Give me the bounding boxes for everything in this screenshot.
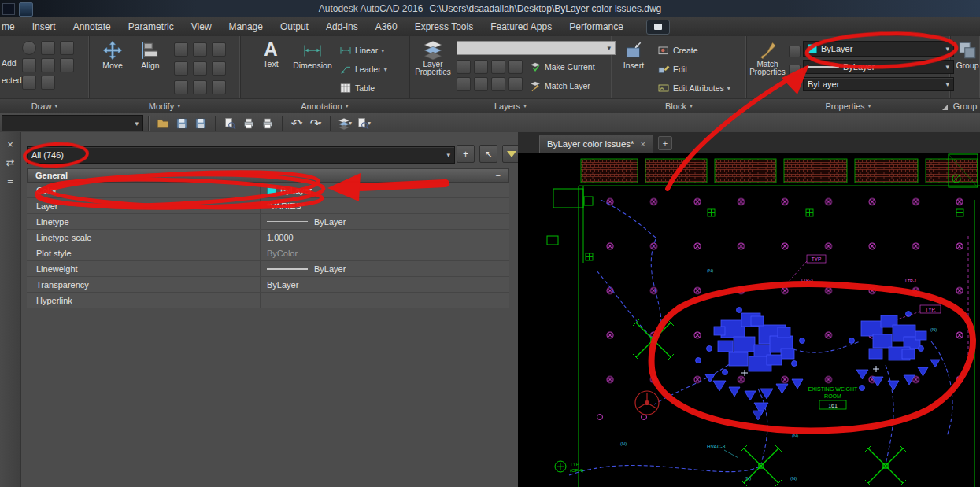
sheet-set-button[interactable]: ▾ <box>356 116 372 131</box>
linetype-combo[interactable]: ByLayer ▾ <box>803 77 954 91</box>
redo-button[interactable]: ↷▾ <box>308 116 324 131</box>
polyline-tool-icon[interactable] <box>41 41 55 55</box>
explode-tool-icon[interactable] <box>193 61 207 76</box>
object-list-icon[interactable] <box>789 46 801 57</box>
palette-autohide-button[interactable]: ⇄ <box>6 157 15 168</box>
panel-label-layers[interactable]: Layers▾ <box>409 98 612 113</box>
stretch-tool-icon[interactable] <box>212 61 226 76</box>
panel-label-draw[interactable]: Draw▾ <box>0 98 89 113</box>
add-selected-label-clipped[interactable]: Add <box>2 58 17 68</box>
save-button[interactable] <box>174 116 190 131</box>
make-current-button[interactable]: Make Current <box>529 61 595 73</box>
ribbon-tab-insert[interactable]: Insert <box>24 17 65 36</box>
leader-button[interactable]: Leader▾ <box>339 63 387 76</box>
hyperlink-value-field[interactable] <box>260 293 509 308</box>
erase-tool-icon[interactable] <box>174 42 188 57</box>
palette-menu-button[interactable]: ≡ <box>7 175 13 186</box>
ribbon-tab-output[interactable]: Output <box>272 17 317 36</box>
edit-block-button[interactable]: Edit <box>657 63 687 76</box>
print-button[interactable] <box>241 116 257 131</box>
pickadd-toggle-button[interactable]: + <box>457 145 475 163</box>
layer-lock-icon[interactable] <box>508 60 523 74</box>
hatch-tool-icon[interactable] <box>22 58 36 72</box>
layer-on-icon[interactable] <box>457 77 471 91</box>
transparency-small-icon[interactable] <box>789 65 801 76</box>
rotate-tool-icon[interactable] <box>174 80 188 94</box>
plot-button[interactable] <box>260 116 276 131</box>
new-tab-button[interactable]: + <box>658 136 672 150</box>
ribbon-tab-home[interactable]: me <box>0 17 24 36</box>
panel-label-annotation[interactable]: Annotation▾ <box>240 98 409 113</box>
layer-value-field[interactable]: *VARIES* <box>260 198 509 213</box>
trim-tool-icon[interactable] <box>193 80 207 94</box>
group-button[interactable]: Group <box>952 40 980 70</box>
selection-filter-combo[interactable]: All (746) ▾ <box>27 146 455 164</box>
fillet-tool-icon[interactable] <box>174 61 188 76</box>
close-tab-icon[interactable]: × <box>641 139 645 149</box>
drawing-canvas[interactable]: TYP (OF 4) EXISTING WEIGHT ROOM 161 TYP … <box>518 153 980 487</box>
edit-attributes-button[interactable]: Edit Attributes▾ <box>657 82 730 94</box>
plot-preview-button[interactable] <box>222 116 238 131</box>
ellipse-tool-icon[interactable] <box>60 58 74 72</box>
ribbon-tab-express-tools[interactable]: Express Tools <box>406 17 482 36</box>
layer-unlock-icon[interactable] <box>508 77 523 91</box>
match-properties-button[interactable]: MatchProperties <box>749 39 786 76</box>
linetype-scale-value-field[interactable]: 1.0000 <box>260 230 509 245</box>
scale-tool-icon[interactable] <box>212 80 226 94</box>
create-block-button[interactable]: Create <box>657 44 698 57</box>
color-value-field[interactable]: ByLayer <box>260 183 509 197</box>
transparency-value-field[interactable]: ByLayer <box>260 277 509 292</box>
layer-states-button[interactable]: ▾ <box>337 116 353 131</box>
ribbon-tab-featured-apps[interactable]: Featured Apps <box>482 17 560 36</box>
align-button[interactable]: Align <box>133 40 168 70</box>
gradient-tool-icon[interactable] <box>41 76 55 90</box>
rectangle-tool-icon[interactable] <box>41 58 55 72</box>
linear-dimension-button[interactable]: Linear▾ <box>339 44 384 57</box>
circle-tool-icon[interactable] <box>22 41 36 55</box>
palette-close-button[interactable]: × <box>7 138 13 150</box>
move-button[interactable]: Move <box>95 40 130 70</box>
ribbon-tab-a360[interactable]: A360 <box>367 17 406 36</box>
layer-filter-combo[interactable]: ▾ <box>457 41 616 55</box>
lineweight-value-field[interactable]: ByLayer <box>260 261 509 276</box>
layer-thaw-icon[interactable] <box>491 77 505 91</box>
panel-label-group[interactable]: Group <box>950 98 980 113</box>
panel-label-block[interactable]: Block▾ <box>612 98 746 113</box>
app-icon[interactable] <box>19 2 33 17</box>
panel-label-properties[interactable]: Properties▾ <box>746 98 950 113</box>
table-button[interactable]: Table <box>339 82 375 94</box>
open-file-button[interactable] <box>155 116 171 131</box>
file-tab[interactable]: ByLayer color issues* × <box>539 135 653 153</box>
collapse-section-button[interactable]: − <box>496 171 501 180</box>
save-as-button[interactable] <box>193 116 209 131</box>
mirror-tool-icon[interactable] <box>212 42 226 57</box>
panel-label-modify[interactable]: Modify▾ <box>89 98 240 113</box>
layer-isolate-icon[interactable] <box>474 60 488 74</box>
workspace-combo[interactable]: ▾ <box>2 115 143 131</box>
insert-block-button[interactable]: Insert <box>616 40 651 70</box>
copy-tool-icon[interactable] <box>193 42 207 57</box>
layer-off-icon[interactable] <box>457 60 471 74</box>
selected-label-clipped[interactable]: ected <box>2 76 22 85</box>
select-objects-button[interactable]: ↖ <box>479 145 497 163</box>
undo-button[interactable]: ↶▾ <box>289 116 305 131</box>
system-menu-icon[interactable] <box>2 3 15 15</box>
layer-properties-button[interactable]: LayerProperties <box>414 39 452 76</box>
performance-monitor-button[interactable] <box>646 20 670 35</box>
ribbon-tab-view[interactable]: View <box>183 17 220 36</box>
general-section-header[interactable]: General − <box>27 168 509 183</box>
layer-freeze-icon[interactable] <box>491 60 505 74</box>
linetype-value-field[interactable]: ByLayer <box>260 214 509 229</box>
ribbon-tab-annotate[interactable]: Annotate <box>65 17 120 36</box>
ribbon-tab-performance[interactable]: Performance <box>560 17 632 36</box>
object-color-combo[interactable]: ByLayer ▾ <box>803 41 954 57</box>
ribbon-tab-manage[interactable]: Manage <box>220 17 272 36</box>
arc-tool-icon[interactable] <box>60 41 74 55</box>
panel-launcher-icon[interactable] <box>942 105 948 110</box>
lineweight-combo[interactable]: ByLayer ▾ <box>803 60 954 74</box>
point-tool-icon[interactable] <box>22 76 36 90</box>
layer-unisolate-icon[interactable] <box>474 77 488 91</box>
match-layer-button[interactable]: Match Layer <box>529 79 590 92</box>
ribbon-tab-addins[interactable]: Add-ins <box>317 17 367 36</box>
ribbon-tab-parametric[interactable]: Parametric <box>120 17 183 36</box>
